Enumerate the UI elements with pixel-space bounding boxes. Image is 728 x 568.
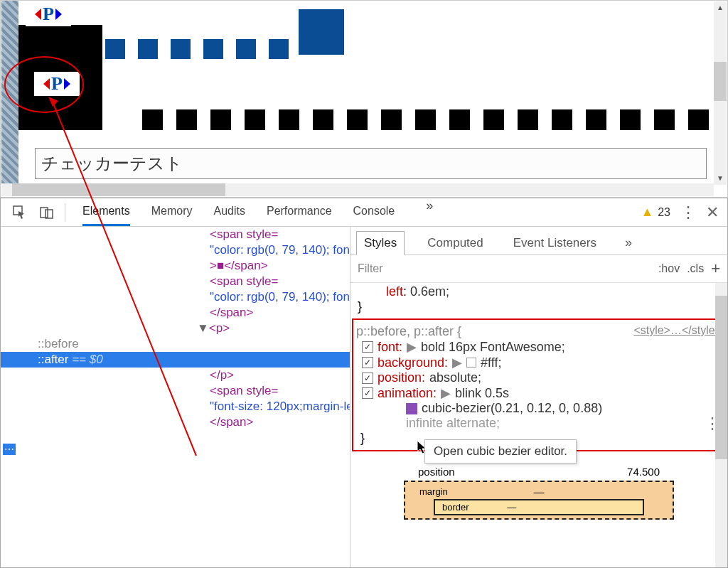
cubic-bezier-swatch[interactable] — [406, 403, 417, 414]
inspect-element-icon[interactable] — [11, 203, 29, 222]
border-label: border — [442, 502, 469, 513]
blue-square — [171, 39, 191, 59]
tab-memory[interactable]: Memory — [151, 198, 193, 226]
scroll-up-icon[interactable]: ▲ — [714, 1, 727, 14]
property-toggle-checkbox[interactable]: ✓ — [362, 373, 373, 384]
blue-square — [138, 39, 158, 59]
text-input[interactable]: チェッカーテスト — [35, 148, 707, 179]
boxmodel-position-value: 74.500 — [627, 466, 660, 478]
black-square — [483, 109, 504, 130]
viewport-scrollbar-x[interactable] — [1, 183, 714, 196]
black-square — [449, 109, 470, 130]
dom-node: <span style= — [210, 274, 350, 289]
css-rule-selected: p::before, p::after { <style>…</style> ✓… — [352, 318, 726, 451]
expand-icon[interactable]: ▶ — [452, 355, 462, 370]
devtools-toolbar: Elements Memory Audits Performance Conso… — [1, 198, 727, 227]
blue-square-large — [299, 9, 344, 55]
svg-rect-4 — [46, 210, 53, 218]
dom-node: "color: rgb(0, 79, 140); font-size: x-la… — [210, 242, 350, 258]
annotation-circle — [4, 56, 84, 113]
scroll-down-icon[interactable]: ▼ — [714, 172, 727, 185]
svg-rect-3 — [41, 208, 48, 218]
black-square — [381, 109, 402, 130]
filter-input[interactable]: Filter — [358, 262, 651, 275]
divider — [65, 203, 65, 222]
scrollbar-thumb[interactable] — [715, 296, 727, 459]
black-square — [688, 109, 709, 130]
styles-panel: Styles Computed Event Listeners » Filter… — [350, 227, 727, 567]
tab-console[interactable]: Console — [353, 198, 395, 226]
boxmodel-margin[interactable]: margin — border — — [404, 481, 674, 520]
css-declaration-continued: cubic-bezier(0.21, 0.12, 0, 0.88) — [356, 401, 722, 416]
property-toggle-checkbox[interactable]: ✓ — [362, 387, 373, 399]
warning-icon: ▲ — [641, 205, 653, 220]
expand-icon[interactable]: ▶ — [441, 385, 451, 401]
black-square — [313, 109, 333, 130]
styles-scrollbar-y[interactable] — [715, 283, 727, 567]
page-viewport: P P チェッカーテスト ▲ ▼ — [0, 0, 728, 198]
styles-content[interactable]: left: 0.6em; } p::before, p::after { <st… — [350, 283, 727, 567]
box-model-diagram: position 74.500 margin — border — — [404, 466, 674, 520]
device-toggle-icon[interactable] — [38, 203, 56, 222]
cls-toggle[interactable]: .cls — [687, 262, 704, 275]
blue-squares-row — [105, 39, 289, 59]
css-declaration: ✓ background:▶#fff; — [356, 355, 722, 370]
black-square — [620, 109, 641, 130]
black-square — [415, 109, 436, 130]
css-source-link[interactable]: <style>…</style> — [633, 324, 722, 339]
input-value: チェッカーテスト — [41, 152, 183, 175]
scrollbar-thumb[interactable] — [12, 183, 225, 196]
blue-square — [269, 39, 289, 59]
blue-square — [105, 39, 125, 59]
tab-audits[interactable]: Audits — [213, 198, 245, 226]
css-brace: } — [350, 299, 727, 314]
tabs-overflow-icon[interactable]: » — [426, 198, 433, 226]
viewport-scrollbar-y[interactable]: ▲ ▼ — [714, 1, 727, 185]
black-square — [142, 109, 163, 130]
black-square — [176, 109, 197, 130]
css-declaration: left: 0.6em; — [350, 284, 727, 299]
marker-right-arrow-icon — [55, 9, 62, 20]
tab-elements[interactable]: Elements — [82, 198, 130, 226]
tab-performance[interactable]: Performance — [267, 198, 332, 226]
dom-node: </span> — [210, 305, 350, 321]
styles-tab-computed[interactable]: Computed — [420, 232, 490, 254]
boxmodel-border[interactable]: border — — [434, 499, 644, 515]
color-swatch[interactable] — [466, 358, 476, 368]
margin-label: margin — [419, 486, 448, 497]
scrollbar-thumb[interactable] — [714, 62, 727, 101]
css-declaration: ✓ position: absolute; — [356, 370, 722, 385]
css-declaration-continued: infinite alternate; — [356, 416, 722, 431]
expand-icon[interactable]: ▶ — [407, 339, 417, 355]
warning-count: 23 — [658, 206, 670, 219]
black-square — [586, 109, 606, 130]
black-square — [279, 109, 299, 130]
styles-tab-event-listeners[interactable]: Event Listeners — [506, 232, 604, 254]
styles-filter-bar: Filter :hov .cls + — [350, 255, 727, 283]
css-selector[interactable]: p::before, p::after { — [356, 324, 461, 339]
tooltip: Open cubic bezier editor. — [424, 439, 577, 463]
new-style-rule-button[interactable]: + — [711, 259, 720, 278]
devtools-tabs: Elements Memory Audits Performance Conso… — [82, 198, 433, 226]
warnings-badge[interactable]: ▲ 23 — [641, 205, 670, 220]
page-content: P P チェッカーテスト — [1, 1, 714, 183]
hov-toggle[interactable]: :hov — [658, 262, 680, 275]
styles-tabs-overflow-icon[interactable]: » — [625, 235, 632, 250]
elements-tree[interactable]: ⋯ <span style= "color: rgb(0, 79, 140); … — [1, 227, 350, 567]
styles-tab-styles[interactable]: Styles — [356, 231, 405, 255]
black-square — [518, 109, 538, 130]
dom-node: ▼<p> — [197, 321, 350, 336]
devtools-menu-icon[interactable]: ⋮ — [680, 203, 696, 222]
css-declaration: ✓ font:▶bold 16px FontAwesome; — [356, 339, 722, 355]
dom-pseudo-before: ::before — [210, 336, 350, 352]
dom-node: <span style= — [210, 383, 350, 399]
black-squares-row — [142, 109, 709, 130]
selected-line-marker: ⋯ — [3, 444, 16, 455]
dom-pseudo-after-selected: ::after == $0 — [1, 352, 350, 368]
property-toggle-checkbox[interactable]: ✓ — [362, 341, 373, 353]
black-square — [245, 109, 265, 130]
blue-square — [203, 39, 223, 59]
blue-square — [236, 39, 256, 59]
close-devtools-button[interactable]: ✕ — [706, 203, 719, 222]
property-toggle-checkbox[interactable]: ✓ — [362, 357, 373, 368]
